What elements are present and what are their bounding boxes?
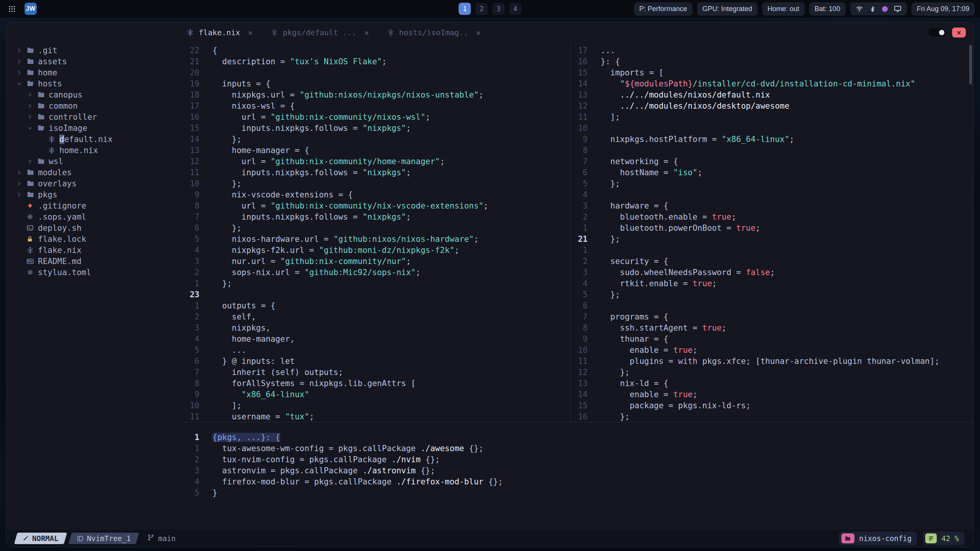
code-line[interactable]: 12 url = "github:nix-community/home-mana… bbox=[180, 156, 570, 167]
chevron-closed-icon[interactable] bbox=[16, 181, 26, 186]
code-line[interactable]: 5 }; bbox=[571, 178, 973, 189]
code-line[interactable]: 13 nix-ld = { bbox=[571, 378, 973, 389]
code-line[interactable]: 3 sudo.wheelNeedsPassword = false; bbox=[571, 267, 973, 278]
chevron-closed-icon[interactable] bbox=[27, 92, 37, 98]
tab-flake.nix[interactable]: flake.nix× bbox=[180, 28, 260, 37]
tree-item-overlays[interactable]: overlays bbox=[16, 178, 180, 189]
tree-item-isoImage[interactable]: isoImage bbox=[16, 122, 180, 134]
code-line[interactable]: 1 outputs = { bbox=[180, 300, 570, 311]
code-line[interactable]: 2 tux-nvim-config = pkgs.callPackage ./n… bbox=[180, 454, 973, 465]
code-line[interactable]: 10 enable = true; bbox=[571, 344, 973, 355]
code-line[interactable]: 1 }; bbox=[180, 278, 570, 289]
code-line[interactable]: 6 bbox=[571, 300, 973, 311]
code-line[interactable]: 8 forAllSystems = nixpkgs.lib.genAttrs [ bbox=[180, 378, 570, 389]
code-line[interactable]: 11 inputs.nixpkgs.follows = "nixpkgs"; bbox=[180, 167, 570, 178]
chevron-closed-icon[interactable] bbox=[27, 114, 37, 120]
code-line[interactable]: 15 inputs.nixpkgs.follows = "nixpkgs"; bbox=[180, 122, 570, 134]
tab-close-icon[interactable]: × bbox=[364, 28, 369, 37]
tree-item-deploy.sh[interactable]: deploy.sh bbox=[16, 222, 180, 233]
chevron-closed-icon[interactable] bbox=[16, 170, 26, 175]
code-line[interactable]: 4 firefox-mod-blur = pkgs.callPackage ./… bbox=[180, 476, 973, 487]
code-line[interactable]: 16 url = "github:nix-community/nixos-wsl… bbox=[180, 111, 570, 122]
tree-item-home[interactable]: home bbox=[16, 67, 180, 78]
code-line[interactable]: 11 ]; bbox=[571, 111, 973, 122]
code-line[interactable]: 10 bbox=[571, 122, 973, 134]
code-line[interactable]: 6 }; bbox=[180, 222, 570, 233]
code-line[interactable]: 7 programs = { bbox=[571, 311, 973, 322]
workspace-4[interactable]: 4 bbox=[509, 3, 521, 15]
file-tree[interactable]: .gitassetshomehostscanopuscommoncontroll… bbox=[7, 42, 180, 530]
window-toggle-switch[interactable] bbox=[928, 28, 946, 37]
code-line[interactable]: 13 home-manager = { bbox=[180, 145, 570, 156]
code-line[interactable]: 21 description = "tux's NixOS Flake"; bbox=[180, 56, 570, 67]
chevron-closed-icon[interactable] bbox=[16, 59, 26, 64]
chevron-closed-icon[interactable] bbox=[16, 70, 26, 75]
tree-item-home.nix[interactable]: home.nix bbox=[16, 145, 180, 156]
apps-grid-icon[interactable] bbox=[5, 2, 18, 15]
logo-badge[interactable]: JW bbox=[24, 3, 37, 15]
scrollbar-thumb[interactable] bbox=[969, 45, 972, 85]
code-line[interactable]: 7 inherit (self) outputs; bbox=[180, 367, 570, 378]
code-line[interactable]: 18 nixpkgs.url = "github:nixos/nixpkgs/n… bbox=[180, 89, 570, 100]
color-dot-icon[interactable] bbox=[882, 6, 888, 12]
tree-item-.gitignore[interactable]: .gitignore bbox=[16, 200, 180, 211]
workspace-1[interactable]: 1 bbox=[459, 3, 471, 15]
pane-right[interactable]: 17...16}: {15 imports = [14 "${modulesPa… bbox=[571, 42, 973, 422]
code-line[interactable]: 1 tux-awesome-wm-config = pkgs.callPacka… bbox=[180, 443, 973, 454]
code-line[interactable]: 9 thunar = { bbox=[571, 333, 973, 344]
workspace-3[interactable]: 3 bbox=[492, 3, 505, 15]
code-line[interactable]: 12 }; bbox=[571, 367, 973, 378]
code-line[interactable]: 10 }; bbox=[180, 178, 570, 189]
code-line[interactable]: 7 inputs.nixpkgs.follows = "nixpkgs"; bbox=[180, 211, 570, 222]
tree-item-flake.nix[interactable]: flake.nix bbox=[16, 245, 180, 256]
bluetooth-icon[interactable] bbox=[869, 6, 876, 12]
tree-item-assets[interactable]: assets bbox=[16, 56, 180, 67]
code-line[interactable]: 12 ../../modules/nixos/desktop/awesome bbox=[571, 100, 973, 111]
tree-item-flake.lock[interactable]: flake.lock bbox=[16, 233, 180, 245]
code-line[interactable]: 8 bbox=[571, 145, 973, 156]
code-line[interactable]: 3 astronvim = pkgs.callPackage ./astronv… bbox=[180, 465, 973, 476]
tree-item-.sops.yaml[interactable]: .sops.yaml bbox=[16, 211, 180, 222]
code-line[interactable]: 14 }; bbox=[180, 134, 570, 145]
code-line[interactable]: 14 "${modulesPath}/installer/cd-dvd/inst… bbox=[571, 78, 973, 89]
chevron-open-icon[interactable] bbox=[27, 126, 37, 131]
code-line[interactable]: 21 }; bbox=[571, 233, 973, 245]
code-line[interactable]: 5 }; bbox=[571, 289, 973, 300]
code-line[interactable]: 15 package = pkgs.nix-ld-rs; bbox=[571, 400, 973, 411]
code-line[interactable]: 2 self, bbox=[180, 311, 570, 322]
code-line[interactable]: 11 plugins = with pkgs.xfce; [thunar-arc… bbox=[571, 355, 973, 367]
tab-close-icon[interactable]: × bbox=[248, 28, 253, 37]
code-line[interactable]: 4 nixpkgs-f2k.url = "github:moni-dz/nixp… bbox=[180, 245, 570, 256]
code-line[interactable]: 2 sops-nix.url = "github:Mic92/sops-nix"… bbox=[180, 267, 570, 278]
tree-item-.git[interactable]: .git bbox=[16, 45, 180, 56]
code-line[interactable]: 1 bluetooth.powerOnBoot = true; bbox=[571, 222, 973, 233]
code-line[interactable]: 3 hardware = { bbox=[571, 200, 973, 211]
tree-item-stylua.toml[interactable]: stylua.toml bbox=[16, 267, 180, 278]
tree-item-README.md[interactable]: README.md bbox=[16, 256, 180, 267]
code-line[interactable]: 11 username = "tux"; bbox=[180, 411, 570, 422]
workspace-2[interactable]: 2 bbox=[475, 3, 488, 15]
code-line[interactable]: 19 inputs = { bbox=[180, 78, 570, 89]
code-line[interactable]: 4 bbox=[571, 189, 973, 200]
code-line[interactable]: 6 hostName = "iso"; bbox=[571, 167, 973, 178]
tab-close-icon[interactable]: × bbox=[476, 28, 481, 37]
tree-item-wsl[interactable]: wsl bbox=[16, 156, 180, 167]
chevron-open-icon[interactable] bbox=[16, 81, 26, 86]
chevron-closed-icon[interactable] bbox=[27, 103, 37, 109]
tree-item-common[interactable]: common bbox=[16, 100, 180, 111]
code-line[interactable]: 5 nixos-hardware.url = "github:nixos/nix… bbox=[180, 233, 570, 245]
chevron-closed-icon[interactable] bbox=[16, 48, 26, 53]
code-line[interactable]: 9 nix-vscode-extensions = { bbox=[180, 189, 570, 200]
chevron-closed-icon[interactable] bbox=[16, 192, 26, 197]
tree-item-canopus[interactable]: canopus bbox=[16, 89, 180, 100]
chevron-closed-icon[interactable] bbox=[27, 159, 37, 164]
code-line[interactable]: 9 "x86_64-linux" bbox=[180, 389, 570, 400]
code-line[interactable]: 8 ssh.startAgent = true; bbox=[571, 322, 973, 333]
code-line[interactable]: 7 networking = { bbox=[571, 156, 973, 167]
code-line[interactable]: 9 nixpkgs.hostPlatform = "x86_64-linux"; bbox=[571, 134, 973, 145]
tree-item-default.nix[interactable]: default.nix bbox=[16, 134, 180, 145]
code-line[interactable]: 14 enable = true; bbox=[571, 389, 973, 400]
code-line[interactable]: 23 bbox=[180, 289, 570, 300]
code-line[interactable]: 1 bbox=[571, 245, 973, 256]
code-line[interactable]: 5 ... bbox=[180, 344, 570, 355]
